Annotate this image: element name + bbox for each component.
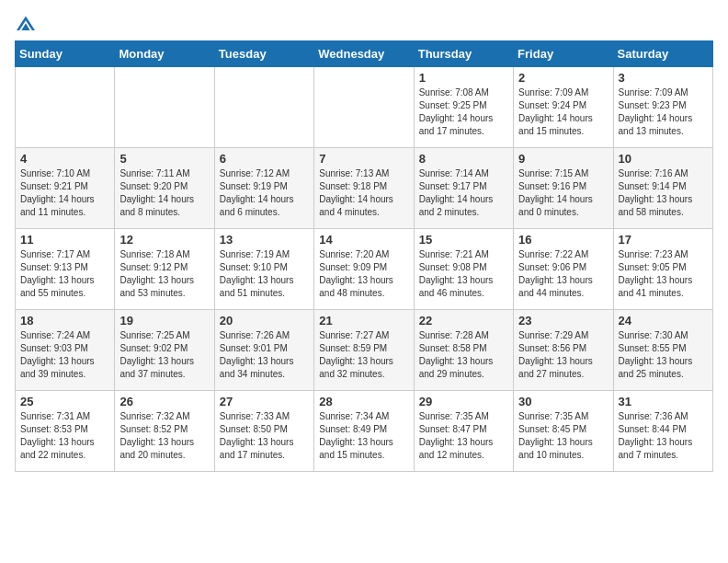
day-info: Sunrise: 7:26 AM Sunset: 9:01 PM Dayligh… bbox=[220, 329, 309, 381]
calendar-cell: 26Sunrise: 7:32 AM Sunset: 8:52 PM Dayli… bbox=[115, 391, 214, 472]
day-number: 16 bbox=[518, 233, 608, 247]
day-number: 3 bbox=[619, 71, 708, 85]
page-header bbox=[15, 15, 713, 33]
day-info: Sunrise: 7:18 AM Sunset: 9:12 PM Dayligh… bbox=[119, 248, 209, 300]
calendar-cell: 13Sunrise: 7:19 AM Sunset: 9:10 PM Dayli… bbox=[214, 229, 313, 310]
day-info: Sunrise: 7:25 AM Sunset: 9:02 PM Dayligh… bbox=[119, 329, 209, 381]
day-number: 17 bbox=[619, 233, 708, 247]
calendar-cell: 29Sunrise: 7:35 AM Sunset: 8:47 PM Dayli… bbox=[414, 391, 513, 472]
calendar-cell: 8Sunrise: 7:14 AM Sunset: 9:17 PM Daylig… bbox=[414, 148, 513, 229]
day-info: Sunrise: 7:09 AM Sunset: 9:24 PM Dayligh… bbox=[518, 86, 608, 138]
day-info: Sunrise: 7:21 AM Sunset: 9:08 PM Dayligh… bbox=[419, 248, 508, 300]
calendar-cell: 18Sunrise: 7:24 AM Sunset: 9:03 PM Dayli… bbox=[16, 310, 115, 391]
calendar-cell: 1Sunrise: 7:08 AM Sunset: 9:25 PM Daylig… bbox=[414, 67, 513, 148]
calendar-cell: 5Sunrise: 7:11 AM Sunset: 9:20 PM Daylig… bbox=[115, 148, 214, 229]
day-info: Sunrise: 7:28 AM Sunset: 8:58 PM Dayligh… bbox=[419, 329, 508, 381]
day-number: 14 bbox=[319, 233, 408, 247]
day-info: Sunrise: 7:30 AM Sunset: 8:55 PM Dayligh… bbox=[619, 329, 708, 381]
day-number: 30 bbox=[518, 395, 608, 408]
week-row-3: 11Sunrise: 7:17 AM Sunset: 9:13 PM Dayli… bbox=[16, 229, 713, 310]
calendar-cell: 2Sunrise: 7:09 AM Sunset: 9:24 PM Daylig… bbox=[514, 67, 613, 148]
day-number: 10 bbox=[619, 152, 708, 166]
day-header-friday: Friday bbox=[514, 41, 613, 67]
day-number: 19 bbox=[119, 314, 209, 327]
calendar-cell: 7Sunrise: 7:13 AM Sunset: 9:18 PM Daylig… bbox=[314, 148, 414, 229]
day-info: Sunrise: 7:11 AM Sunset: 9:20 PM Dayligh… bbox=[119, 167, 209, 219]
day-header-thursday: Thursday bbox=[414, 41, 513, 67]
calendar-table: SundayMondayTuesdayWednesdayThursdayFrid… bbox=[15, 40, 713, 472]
day-info: Sunrise: 7:08 AM Sunset: 9:25 PM Dayligh… bbox=[419, 86, 508, 138]
calendar-cell: 12Sunrise: 7:18 AM Sunset: 9:12 PM Dayli… bbox=[115, 229, 214, 310]
day-info: Sunrise: 7:22 AM Sunset: 9:06 PM Dayligh… bbox=[518, 248, 608, 300]
day-number: 6 bbox=[220, 152, 309, 166]
day-number: 18 bbox=[20, 314, 109, 327]
calendar-cell bbox=[214, 67, 313, 148]
week-row-2: 4Sunrise: 7:10 AM Sunset: 9:21 PM Daylig… bbox=[16, 148, 713, 229]
day-number: 23 bbox=[518, 314, 608, 327]
day-number: 31 bbox=[619, 395, 708, 408]
day-info: Sunrise: 7:17 AM Sunset: 9:13 PM Dayligh… bbox=[20, 248, 109, 300]
calendar-cell bbox=[115, 67, 214, 148]
day-number: 24 bbox=[619, 314, 708, 327]
day-info: Sunrise: 7:12 AM Sunset: 9:19 PM Dayligh… bbox=[220, 167, 309, 219]
day-number: 26 bbox=[119, 395, 209, 408]
calendar-cell: 15Sunrise: 7:21 AM Sunset: 9:08 PM Dayli… bbox=[414, 229, 513, 310]
week-row-5: 25Sunrise: 7:31 AM Sunset: 8:53 PM Dayli… bbox=[16, 391, 713, 472]
day-info: Sunrise: 7:10 AM Sunset: 9:21 PM Dayligh… bbox=[20, 167, 109, 219]
day-info: Sunrise: 7:23 AM Sunset: 9:05 PM Dayligh… bbox=[619, 248, 708, 300]
day-number: 28 bbox=[319, 395, 408, 408]
logo bbox=[15, 15, 40, 33]
day-info: Sunrise: 7:19 AM Sunset: 9:10 PM Dayligh… bbox=[220, 248, 309, 300]
day-number: 29 bbox=[419, 395, 508, 408]
calendar-cell: 19Sunrise: 7:25 AM Sunset: 9:02 PM Dayli… bbox=[115, 310, 214, 391]
calendar-cell: 25Sunrise: 7:31 AM Sunset: 8:53 PM Dayli… bbox=[16, 391, 115, 472]
day-info: Sunrise: 7:27 AM Sunset: 8:59 PM Dayligh… bbox=[319, 329, 408, 381]
day-info: Sunrise: 7:13 AM Sunset: 9:18 PM Dayligh… bbox=[319, 167, 408, 219]
day-number: 25 bbox=[20, 395, 109, 408]
day-number: 22 bbox=[419, 314, 508, 327]
day-info: Sunrise: 7:24 AM Sunset: 9:03 PM Dayligh… bbox=[20, 329, 109, 381]
day-info: Sunrise: 7:34 AM Sunset: 8:49 PM Dayligh… bbox=[319, 410, 408, 462]
day-header-wednesday: Wednesday bbox=[314, 41, 414, 67]
day-info: Sunrise: 7:09 AM Sunset: 9:23 PM Dayligh… bbox=[619, 86, 708, 138]
day-info: Sunrise: 7:36 AM Sunset: 8:44 PM Dayligh… bbox=[619, 410, 708, 462]
calendar-cell: 28Sunrise: 7:34 AM Sunset: 8:49 PM Dayli… bbox=[314, 391, 414, 472]
day-number: 27 bbox=[220, 395, 309, 408]
day-info: Sunrise: 7:20 AM Sunset: 9:09 PM Dayligh… bbox=[319, 248, 408, 300]
calendar-cell: 31Sunrise: 7:36 AM Sunset: 8:44 PM Dayli… bbox=[613, 391, 712, 472]
calendar-cell: 27Sunrise: 7:33 AM Sunset: 8:50 PM Dayli… bbox=[214, 391, 313, 472]
day-info: Sunrise: 7:32 AM Sunset: 8:52 PM Dayligh… bbox=[119, 410, 209, 462]
day-number: 15 bbox=[419, 233, 508, 247]
calendar-cell: 17Sunrise: 7:23 AM Sunset: 9:05 PM Dayli… bbox=[613, 229, 712, 310]
day-info: Sunrise: 7:35 AM Sunset: 8:45 PM Dayligh… bbox=[518, 410, 608, 462]
calendar-cell: 10Sunrise: 7:16 AM Sunset: 9:14 PM Dayli… bbox=[613, 148, 712, 229]
week-row-1: 1Sunrise: 7:08 AM Sunset: 9:25 PM Daylig… bbox=[16, 67, 713, 148]
day-number: 20 bbox=[220, 314, 309, 327]
calendar-cell: 6Sunrise: 7:12 AM Sunset: 9:19 PM Daylig… bbox=[214, 148, 313, 229]
calendar-cell: 9Sunrise: 7:15 AM Sunset: 9:16 PM Daylig… bbox=[514, 148, 613, 229]
days-header-row: SundayMondayTuesdayWednesdayThursdayFrid… bbox=[16, 41, 713, 67]
day-info: Sunrise: 7:33 AM Sunset: 8:50 PM Dayligh… bbox=[220, 410, 309, 462]
day-header-saturday: Saturday bbox=[613, 41, 712, 67]
day-info: Sunrise: 7:35 AM Sunset: 8:47 PM Dayligh… bbox=[419, 410, 508, 462]
day-number: 9 bbox=[518, 152, 608, 166]
calendar-cell: 16Sunrise: 7:22 AM Sunset: 9:06 PM Dayli… bbox=[514, 229, 613, 310]
week-row-4: 18Sunrise: 7:24 AM Sunset: 9:03 PM Dayli… bbox=[16, 310, 713, 391]
day-header-tuesday: Tuesday bbox=[214, 41, 313, 67]
day-number: 11 bbox=[20, 233, 109, 247]
day-info: Sunrise: 7:14 AM Sunset: 9:17 PM Dayligh… bbox=[419, 167, 508, 219]
day-number: 12 bbox=[119, 233, 209, 247]
calendar-cell: 4Sunrise: 7:10 AM Sunset: 9:21 PM Daylig… bbox=[16, 148, 115, 229]
day-number: 2 bbox=[518, 71, 608, 85]
calendar-cell: 14Sunrise: 7:20 AM Sunset: 9:09 PM Dayli… bbox=[314, 229, 414, 310]
day-info: Sunrise: 7:15 AM Sunset: 9:16 PM Dayligh… bbox=[518, 167, 608, 219]
calendar-cell: 11Sunrise: 7:17 AM Sunset: 9:13 PM Dayli… bbox=[16, 229, 115, 310]
calendar-cell: 3Sunrise: 7:09 AM Sunset: 9:23 PM Daylig… bbox=[613, 67, 712, 148]
logo-icon bbox=[15, 15, 37, 33]
day-header-sunday: Sunday bbox=[16, 41, 115, 67]
calendar-cell: 23Sunrise: 7:29 AM Sunset: 8:56 PM Dayli… bbox=[514, 310, 613, 391]
day-number: 8 bbox=[419, 152, 508, 166]
calendar-cell: 30Sunrise: 7:35 AM Sunset: 8:45 PM Dayli… bbox=[514, 391, 613, 472]
day-number: 13 bbox=[220, 233, 309, 247]
day-info: Sunrise: 7:16 AM Sunset: 9:14 PM Dayligh… bbox=[619, 167, 708, 219]
